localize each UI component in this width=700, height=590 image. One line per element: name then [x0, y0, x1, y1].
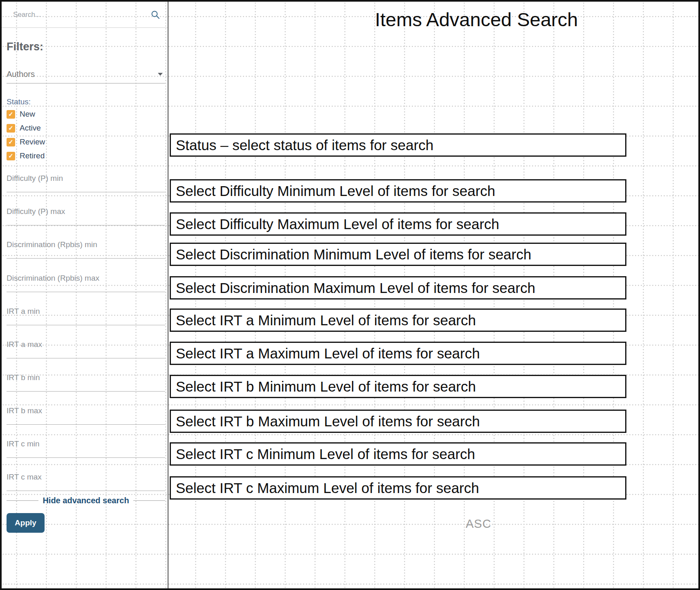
irt-c-min-input[interactable] [7, 452, 165, 458]
field-label: IRT c max [7, 473, 165, 482]
field-discrimination-rpbis-max: Discrimination (Rpbis) max [7, 274, 165, 292]
annotation-irt-a-max: Select IRT a Maximum Level of items for … [170, 342, 626, 365]
field-label: Difficulty (P) min [7, 174, 165, 183]
field-label: Discrimination (Rpbis) min [7, 240, 165, 249]
status-checkbox-review[interactable]: Review [7, 137, 45, 147]
field-difficulty-p-max: Difficulty (P) max [7, 207, 165, 225]
annotation-irt-b-min: Select IRT b Minimum Level of items for … [170, 375, 626, 398]
field-label: IRT b max [7, 406, 165, 415]
irt-b-max-input[interactable] [7, 419, 165, 425]
divider [7, 500, 38, 501]
annotation-difficulty-min: Select Difficulty Minimum Level of items… [170, 179, 626, 203]
annotation-status: Status – select status of items for sear… [170, 133, 626, 157]
field-irt-c-max: IRT c max [7, 473, 165, 491]
status-checkbox-new[interactable]: New [7, 109, 35, 119]
difficulty-p-max-input[interactable] [7, 220, 165, 225]
hide-advanced-search-label: Hide advanced search [43, 496, 129, 505]
asc-label: ASC [466, 517, 491, 531]
field-label: Discrimination (Rpbis) max [7, 274, 165, 283]
hide-advanced-search-link[interactable]: Hide advanced search [7, 496, 165, 505]
checkbox-label: Review [20, 137, 45, 146]
checkbox-checked-icon [7, 152, 15, 160]
filters-sidebar: Filters: Authors Status: New Active Revi… [2, 2, 168, 588]
field-irt-c-min: IRT c min [7, 439, 165, 458]
field-discrimination-rpbis-min: Discrimination (Rpbis) min [7, 240, 165, 259]
annotation-irt-a-min: Select IRT a Minimum Level of items for … [170, 309, 626, 332]
annotation-difficulty-max: Select Difficulty Maximum Level of items… [170, 212, 626, 236]
field-label: IRT a min [7, 307, 165, 316]
annotation-irt-c-min: Select IRT c Minimum Level of items for … [170, 442, 626, 466]
divider [133, 500, 165, 501]
authors-dropdown[interactable]: Authors [7, 70, 165, 83]
discrimination-rpbis-max-input[interactable] [7, 286, 165, 292]
field-irt-b-min: IRT b min [7, 373, 165, 392]
status-filter-label: Status: [7, 97, 31, 106]
app-window: Filters: Authors Status: New Active Revi… [0, 0, 700, 590]
chevron-down-icon [158, 73, 163, 76]
discrimination-rpbis-min-input[interactable] [7, 253, 165, 259]
field-irt-b-max: IRT b max [7, 406, 165, 425]
page-title: Items Advanced Search [375, 8, 578, 31]
field-irt-a-max: IRT a max [7, 340, 165, 358]
irt-a-max-input[interactable] [7, 353, 165, 358]
field-label: IRT c min [7, 439, 165, 448]
checkbox-label: Active [20, 124, 41, 133]
field-difficulty-p-min: Difficulty (P) min [7, 174, 165, 192]
checkbox-checked-icon [7, 138, 15, 146]
field-label: IRT b min [7, 373, 165, 382]
annotation-canvas: Items Advanced Search Status – select st… [168, 2, 698, 588]
irt-c-max-input[interactable] [7, 485, 165, 491]
filters-heading: Filters: [7, 41, 43, 53]
difficulty-p-min-input[interactable] [7, 187, 165, 192]
authors-dropdown-label: Authors [7, 70, 35, 79]
status-checkbox-active[interactable]: Active [7, 123, 41, 133]
annotation-discrimination-max: Select Discrimination Maximum Level of i… [170, 276, 626, 300]
irt-b-min-input[interactable] [7, 386, 165, 392]
search-bar [2, 2, 168, 28]
annotation-discrimination-min: Select Discrimination Minimum Level of i… [170, 243, 626, 266]
search-input[interactable] [13, 11, 150, 19]
annotation-irt-c-max: Select IRT c Maximum Level of items for … [170, 476, 626, 500]
irt-a-min-input[interactable] [7, 320, 165, 325]
search-icon[interactable] [150, 10, 160, 20]
apply-button[interactable]: Apply [7, 513, 45, 533]
annotation-irt-b-max: Select IRT b Maximum Level of items for … [170, 410, 626, 433]
status-checkbox-retired[interactable]: Retired [7, 151, 45, 161]
checkbox-checked-icon [7, 110, 15, 119]
checkbox-label: New [20, 110, 35, 119]
field-irt-a-min: IRT a min [7, 307, 165, 325]
field-label: Difficulty (P) max [7, 207, 165, 216]
checkbox-label: Retired [20, 151, 45, 160]
checkbox-checked-icon [7, 124, 15, 133]
field-label: IRT a max [7, 340, 165, 349]
